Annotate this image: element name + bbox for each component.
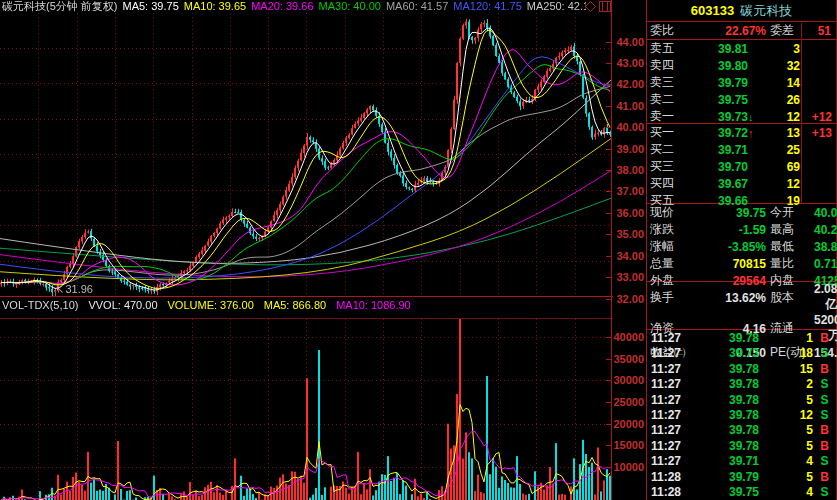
order-level-label: 买一 <box>650 124 690 141</box>
ask-order-book: 卖五39.813卖四39.8032卖三39.7914卖二39.7526卖一39.… <box>647 40 836 124</box>
price-axis-label: 44.00 <box>616 36 644 48</box>
weibi-label: 委比 <box>650 22 696 39</box>
tick-time: 11:27 <box>651 362 693 376</box>
ma-legend-item: MA5: 39.75 <box>123 0 179 12</box>
tick-row[interactable]: 11:2739.785S <box>647 392 836 407</box>
tick-time: 11:27 <box>651 408 693 422</box>
chart-title: 碳元科技(5分钟 前复权) <box>2 0 118 12</box>
order-book-divider <box>801 23 802 204</box>
info-value: 13.62% <box>696 291 766 305</box>
split-window-icon[interactable] <box>599 1 611 12</box>
weibi-values: 委比22.67%委差51 <box>647 22 836 39</box>
tick-volume: 5 <box>759 439 813 453</box>
bid-row[interactable]: 买五39.6619 <box>647 192 836 209</box>
fin-row: 换手13.62%股本2.08亿 <box>647 282 836 313</box>
quote-panel: 603133 碳元科技 委比22.67%委差51 卖五39.813卖四39.80… <box>646 0 837 500</box>
tick-price: 39.78 <box>693 362 759 376</box>
ask-row[interactable]: 卖五39.813 <box>647 40 836 57</box>
ma-legend-item: MA60: 41.57 <box>386 0 448 12</box>
bid-row[interactable]: 买三39.7069 <box>647 158 836 175</box>
ma-legend-item: MA30: 40.00 <box>319 0 381 12</box>
bid-row[interactable]: 买四39.6712 <box>647 175 836 192</box>
tick-side: B <box>813 470 836 484</box>
tick-volume: 5 <box>759 470 813 484</box>
tick-time: 11:27 <box>651 331 693 345</box>
ma-legend-item: MA250: 42.17 <box>527 0 586 12</box>
price-axis-label: 32.00 <box>616 293 644 305</box>
bid-row[interactable]: 买一39.72↑13+13 <box>647 124 836 141</box>
volume-legend-item: MA5: 866.80 <box>264 299 326 312</box>
tick-price: 39.78 <box>693 423 759 437</box>
tick-side: B <box>813 362 836 376</box>
tick-volume: 4 <box>759 454 813 468</box>
ma-legend-item: MA120: 41.75 <box>453 0 522 12</box>
ma-legend-item: MA10: 39.65 <box>184 0 246 12</box>
tick-price: 39.73 <box>693 346 759 360</box>
tick-time: 11:28 <box>651 485 693 499</box>
ask-row[interactable]: 卖一39.73↓12+12 <box>647 108 836 125</box>
tick-list[interactable]: 11:2739.781B11:2739.7318S11:2739.7815B11… <box>647 330 836 500</box>
tick-side: S <box>813 408 836 422</box>
price-axis-label: 39.00 <box>616 143 644 155</box>
order-volume: 12 <box>748 110 800 124</box>
info-label: 股本 <box>766 289 814 306</box>
order-price: 39.67 <box>690 177 748 191</box>
low-arrow-icon: ↖ <box>56 284 64 295</box>
price-axis-label: 36.00 <box>616 207 644 219</box>
price-axis-label: 35.00 <box>616 228 644 240</box>
tick-side: B <box>813 331 836 345</box>
info-label: 涨跌 <box>650 221 696 238</box>
bid-row[interactable]: 买二39.7125 <box>647 141 836 158</box>
tick-row[interactable]: 11:2739.785B <box>647 438 836 453</box>
tick-row[interactable]: 11:2739.7815B <box>647 361 836 376</box>
ask-row[interactable]: 卖二39.7526 <box>647 91 836 108</box>
order-level-label: 卖四 <box>650 57 690 74</box>
tick-price: 39.79 <box>693 470 759 484</box>
tick-row[interactable]: 11:2839.795B <box>647 469 836 484</box>
order-level-label: 买二 <box>650 141 690 158</box>
tick-row[interactable]: 11:2739.714S <box>647 454 836 469</box>
tick-side: B <box>813 439 836 453</box>
tick-row[interactable]: 11:2739.782S <box>647 376 836 391</box>
tick-row[interactable]: 11:2739.7318S <box>647 345 836 360</box>
volume-legend-item: VVOL: 470.00 <box>88 299 157 312</box>
price-volume-chart-canvas[interactable] <box>0 0 613 500</box>
volume-indicator-title: VOL-TDX(5,10) <box>2 299 78 312</box>
volume-legend-item: MA10: 1086.90 <box>336 299 411 312</box>
ask-row[interactable]: 卖四39.8032 <box>647 57 836 74</box>
tick-row[interactable]: 11:2739.785B <box>647 423 836 438</box>
order-price: 39.70 <box>690 160 748 174</box>
info-value: 2.08亿 <box>814 282 837 313</box>
order-price: 39.75 <box>690 93 748 107</box>
weicha-value: 51 <box>814 24 833 38</box>
info-value: 38.83 <box>814 240 837 254</box>
tick-volume: 5 <box>759 393 813 407</box>
tick-row[interactable]: 11:2839.754S <box>647 485 836 500</box>
tick-volume: 15 <box>759 362 813 376</box>
tick-time: 11:27 <box>651 393 693 407</box>
tick-row[interactable]: 11:2739.7812S <box>647 407 836 422</box>
tick-volume: 1 <box>759 331 813 345</box>
order-price: 39.72 <box>690 126 748 140</box>
ask-row[interactable]: 卖三39.7914 <box>647 74 836 91</box>
tick-price: 39.75 <box>693 485 759 499</box>
tick-side: S <box>813 454 836 468</box>
quote-info-section: 现价39.75今开40.00涨跌-1.59最高40.26涨幅-3.85%最低38… <box>647 204 836 282</box>
tick-volume: 5 <box>759 423 813 437</box>
volume-axis-label: 30000 <box>613 374 644 386</box>
tick-side: S <box>813 393 836 407</box>
info-value: 40.26 <box>814 223 837 237</box>
quote-panel-header: 603133 碳元科技 <box>647 0 836 22</box>
diamond-icon[interactable] <box>585 1 596 12</box>
order-level-label: 卖一 <box>650 108 690 125</box>
tick-side: S <box>813 485 836 499</box>
volume-axis-label: 20000 <box>613 418 644 430</box>
order-price: 39.80 <box>690 59 748 73</box>
tick-time: 11:27 <box>651 454 693 468</box>
order-volume: 14 <box>748 76 800 90</box>
weibi-row: 委比22.67%委差51 <box>647 22 836 40</box>
tick-row[interactable]: 11:2739.781B <box>647 330 836 345</box>
ma-legend-item: MA20: 39.66 <box>251 0 313 12</box>
volume-header: VOL-TDX(5,10)VVOL: 470.00VOLUME: 376.00M… <box>2 299 610 312</box>
info-label: 量比 <box>766 255 814 272</box>
